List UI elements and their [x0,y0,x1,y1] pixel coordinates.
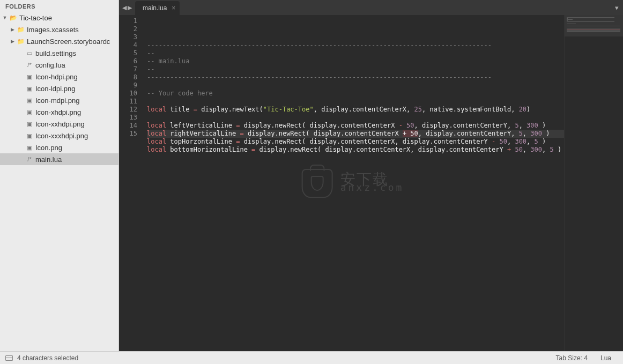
line-number: 14 [119,122,137,130]
code-line[interactable]: ----------------------------------------… [147,73,564,81]
file-row-icon-xhdpi-png[interactable]: ▣Icon-xhdpi.png [0,106,118,118]
tree-label: Icon-ldpi.png [34,85,75,93]
tree-label: LaunchScreen.storyboardc [26,38,110,46]
file-row-main-lua[interactable]: /*main.lua [0,153,118,165]
line-number: 9 [119,81,137,90]
nav-back-icon[interactable]: ◀ [122,4,127,11]
code-line[interactable]: -- Your code here [147,90,564,98]
image-icon: ▣ [25,121,34,128]
folder-row-images-xcassets[interactable]: ▶📁Images.xcassets [0,24,118,35]
tree-label: Icon-hdpi.png [34,73,78,81]
line-number: 4 [119,41,137,49]
tree-label: Icon-xhdpi.png [34,108,81,116]
folder-row-launchscreen-storyboardc[interactable]: ▶📁LaunchScreen.storyboardc [0,35,118,47]
minimap[interactable] [564,15,623,351]
file-row-icon-xxhdpi-png[interactable]: ▣Icon-xxhdpi.png [0,118,118,130]
tree-label: Icon-mdpi.png [34,96,79,105]
tab-bar: ◀ ▶ main.lua × ▾ [119,0,623,15]
code-line[interactable]: local bottomHorizontalLine = display.new… [147,146,564,154]
disclosure-icon[interactable]: ▶ [9,27,16,32]
tabbar-spacer [180,0,610,15]
watermark-en: anxz.com [340,183,404,191]
selection-status: 4 characters selected [17,354,78,362]
tab-menu-button[interactable]: ▾ [610,0,623,15]
line-number: 11 [119,98,137,106]
folder-icon: 📁 [16,26,26,33]
editor-pane: ◀ ▶ main.lua × ▾ 123456789101112131415 安… [119,0,623,351]
tree-label: Icon-xxhdpi.png [34,120,85,128]
nav-forward-icon[interactable]: ▶ [128,4,132,11]
image-icon: ▣ [25,109,34,116]
sidebar: FOLDERS ▼📂Tic-tac-toe▶📁Images.xcassets▶📁… [0,0,119,351]
file-row-icon-mdpi-png[interactable]: ▣Icon-mdpi.png [0,94,118,106]
close-icon[interactable]: × [172,4,175,12]
code-line[interactable]: local topHorzontalLine = display.newRect… [147,138,564,146]
code-line[interactable]: -- [147,65,564,73]
disclosure-icon[interactable]: ▶ [9,39,16,44]
file-tree: ▼📂Tic-tac-toe▶📁Images.xcassets▶📁LaunchSc… [0,12,118,165]
chevron-down-icon: ▾ [615,4,619,12]
code-line[interactable] [147,114,564,122]
file-icon: ▭ [25,50,34,57]
code-line[interactable]: local title = display.newText("Tic-Tac-T… [147,106,564,114]
tab-nav-arrows: ◀ ▶ [119,0,135,15]
code-line[interactable]: -- main.lua [147,57,564,65]
code-line[interactable] [147,98,564,106]
code-content[interactable]: 安下载 anxz.com ---------------------------… [142,15,564,351]
code-line[interactable]: ----------------------------------------… [147,41,564,49]
line-number: 15 [119,130,137,138]
folder-row-tic-tac-toe[interactable]: ▼📂Tic-tac-toe [0,12,118,24]
language-button[interactable]: Lua [594,354,618,362]
tree-label: main.lua [34,155,62,164]
watermark-cn: 安下载 [340,175,404,183]
tree-label: Images.xcassets [26,26,79,34]
tree-label: config.lua [34,61,65,69]
line-number: 2 [119,25,137,33]
line-number: 13 [119,114,137,122]
tabsize-button[interactable]: Tab Size: 4 [550,354,594,362]
watermark: 安下载 anxz.com [302,169,404,198]
tree-label: build.settings [34,49,76,57]
line-number: 8 [119,73,137,81]
main-area: FOLDERS ▼📂Tic-tac-toe▶📁Images.xcassets▶📁… [0,0,623,351]
line-number: 6 [119,57,137,65]
tree-label: Tic-tac-toe [18,14,52,22]
code-line[interactable]: local leftVerticalLine = display.newRect… [147,122,564,130]
line-number: 1 [119,17,137,25]
image-icon: ▣ [25,73,34,80]
disclosure-icon[interactable]: ▼ [1,15,9,20]
tree-label: Icon-xxxhdpi.png [34,132,88,140]
code-icon: /* [25,156,34,162]
image-icon: ▣ [25,144,34,151]
file-row-icon-hdpi-png[interactable]: ▣Icon-hdpi.png [0,71,118,83]
statusbar-left: 4 characters selected [5,354,78,362]
line-number: 3 [119,33,137,41]
file-row-build-settings[interactable]: ▭build.settings [0,47,118,59]
tree-label: Icon.png [34,144,62,152]
code-line[interactable] [147,154,564,162]
line-number: 7 [119,65,137,73]
watermark-badge-icon [302,169,333,198]
panel-icon[interactable] [5,355,13,361]
line-number: 12 [119,106,137,114]
code-line[interactable]: local rightVerticalLine = display.newRec… [147,130,564,138]
image-icon: ▣ [25,132,34,139]
file-row-icon-xxxhdpi-png[interactable]: ▣Icon-xxxhdpi.png [0,130,118,142]
tab-label: main.lua [143,4,167,12]
file-row-config-lua[interactable]: /*config.lua [0,59,118,71]
line-gutter: 123456789101112131415 [119,15,142,351]
code-area[interactable]: 123456789101112131415 安下载 anxz.com -----… [119,15,623,351]
folder-open-icon: 📂 [9,14,18,21]
code-icon: /* [25,62,34,68]
code-line[interactable]: -- [147,49,564,57]
file-row-icon-ldpi-png[interactable]: ▣Icon-ldpi.png [0,83,118,94]
code-line[interactable] [147,81,564,90]
status-bar: 4 characters selected Tab Size: 4 Lua [0,351,623,364]
folder-icon: 📁 [16,38,26,45]
image-icon: ▣ [25,97,34,104]
file-row-icon-png[interactable]: ▣Icon.png [0,142,118,153]
line-number: 10 [119,90,137,98]
image-icon: ▣ [25,85,34,92]
tab-main-lua[interactable]: main.lua × [135,1,180,15]
sidebar-header: FOLDERS [0,0,118,12]
